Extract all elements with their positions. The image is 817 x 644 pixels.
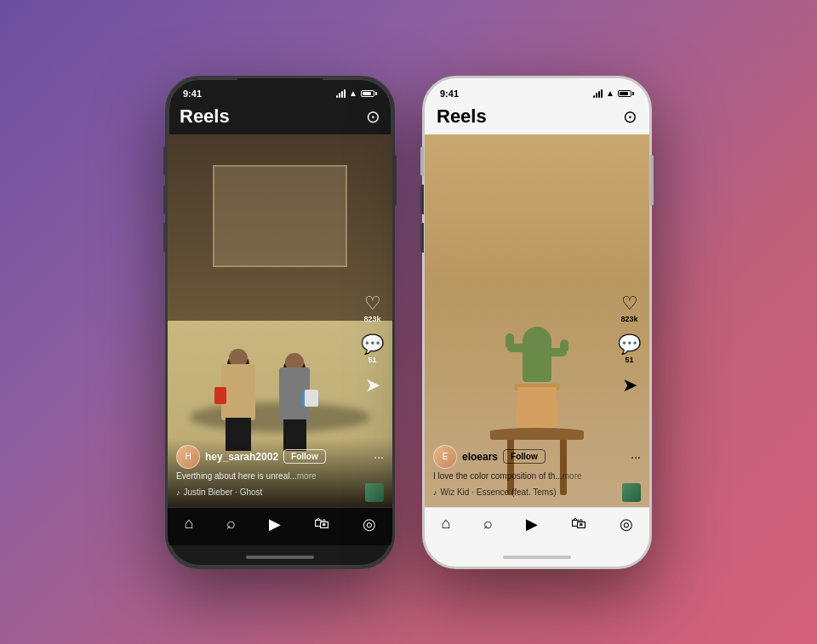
bag-white — [305, 390, 318, 407]
comment-icon-right: 💬 — [618, 335, 641, 354]
more-button-right[interactable]: ··· — [631, 450, 641, 464]
app-title-left: Reels — [180, 105, 230, 128]
notch-right — [494, 78, 580, 99]
comment-count-left: 51 — [368, 356, 376, 364]
app-title-right: Reels — [437, 105, 487, 128]
wifi-icon-right: ▲ — [606, 88, 614, 98]
caption-text-left: Everthing about here is unreal... — [176, 471, 297, 481]
battery-icon-right — [618, 90, 634, 97]
camera-icon-right[interactable]: ⊙ — [623, 106, 637, 127]
status-bar-left: 9:41 ▲ — [168, 78, 392, 102]
home-bar-left — [246, 556, 314, 559]
phone-right: 9:41 ▲ Reels — [422, 76, 652, 569]
bag-red — [214, 387, 226, 404]
figure-body-right — [279, 368, 310, 421]
phone-left: 9:41 ▲ Reels — [165, 76, 395, 569]
action-buttons-right: ♡ 823k 💬 51 ➤ — [618, 294, 641, 395]
username-left: hey_sarah2002 — [205, 451, 278, 463]
figure-body-left — [221, 364, 255, 420]
app-header-left: Reels ⊙ — [168, 102, 392, 134]
music-info-left: ♪ Justin Bieber · Ghost — [176, 483, 384, 502]
camera-icon-left[interactable]: ⊙ — [366, 106, 380, 127]
nav-shop-right[interactable]: 🛍 — [571, 515, 586, 533]
nav-shop-left[interactable]: 🛍 — [314, 515, 329, 533]
more-text-right[interactable]: more — [563, 471, 582, 481]
more-text-left[interactable]: more — [297, 471, 317, 481]
wifi-icon-left: ▲ — [349, 88, 357, 98]
like-button-left[interactable]: ♡ 823k — [363, 294, 380, 323]
bottom-nav-left: ⌂ ⌕ ▶ 🛍 ◎ — [168, 507, 392, 545]
share-button-right[interactable]: ➤ — [622, 376, 637, 395]
nav-profile-right[interactable]: ◎ — [620, 515, 633, 533]
like-count-right: 823k — [620, 315, 637, 323]
music-text-left: Justin Bieber · Ghost — [184, 487, 263, 497]
user-info-overlay-right: E eloears Follow ··· I love the color co… — [425, 438, 649, 507]
follow-button-right[interactable]: Follow — [503, 449, 546, 464]
user-info-overlay-left: H hey_sarah2002 Follow ··· Everthing abo… — [168, 438, 392, 507]
nav-home-left[interactable]: ⌂ — [184, 515, 193, 533]
music-note-icon-right: ♪ — [433, 488, 437, 497]
phone-right-screen: 9:41 ▲ Reels — [425, 78, 649, 567]
bottom-nav-right: ⌂ ⌕ ▶ 🛍 ◎ — [425, 507, 649, 545]
status-bar-right: 9:41 ▲ — [425, 78, 649, 102]
avatar-left: H — [176, 445, 200, 469]
nav-search-right[interactable]: ⌕ — [483, 515, 493, 533]
nav-reels-right[interactable]: ▶ — [526, 515, 538, 533]
phones-container: 9:41 ▲ Reels — [165, 76, 652, 569]
share-icon-left: ➤ — [365, 376, 380, 395]
figure-right — [276, 353, 314, 451]
share-button-left[interactable]: ➤ — [365, 376, 380, 395]
comment-count-right: 51 — [625, 356, 633, 364]
signal-icon-right — [593, 89, 603, 98]
figure-left — [217, 349, 260, 451]
battery-icon-left — [361, 90, 377, 97]
time-left: 9:41 — [183, 88, 202, 99]
comment-button-left[interactable]: 💬 51 — [361, 335, 384, 364]
nav-search-left[interactable]: ⌕ — [226, 515, 236, 533]
avatar-initials-left: H — [185, 452, 191, 461]
status-icons-left: ▲ — [336, 88, 377, 98]
action-buttons-left: ♡ 823k 💬 51 ➤ — [361, 294, 384, 395]
video-area-right[interactable]: ♡ 823k 💬 51 ➤ E — [425, 134, 649, 507]
caption-left: Everthing about here is unreal...more — [176, 471, 384, 481]
music-note-icon-left: ♪ — [176, 488, 180, 497]
home-indicator-right — [425, 545, 649, 567]
heart-icon-right: ♡ — [621, 294, 638, 313]
user-row-left: H hey_sarah2002 Follow ··· — [176, 445, 384, 469]
avatar-initials-right: E — [443, 452, 448, 461]
avatar-right: E — [433, 445, 457, 469]
nav-home-right[interactable]: ⌂ — [441, 515, 450, 533]
phone-left-screen: 9:41 ▲ Reels — [168, 78, 392, 567]
home-bar-right — [503, 556, 571, 559]
cactus-body — [523, 327, 551, 382]
cactus-arm-right — [551, 348, 567, 356]
like-count-left: 823k — [363, 315, 380, 323]
music-text-right: Wiz Kid · Essence (feat. Tems) — [441, 487, 557, 497]
music-info-right: ♪ Wiz Kid · Essence (feat. Tems) — [433, 483, 641, 502]
comment-button-right[interactable]: 💬 51 — [618, 335, 641, 364]
cactus-arm-left — [507, 344, 523, 352]
more-button-left[interactable]: ··· — [374, 450, 384, 464]
nav-profile-left[interactable]: ◎ — [363, 515, 376, 533]
video-area-left[interactable]: ♡ 823k 💬 51 ➤ H — [168, 134, 392, 507]
notch-left — [237, 78, 323, 99]
share-icon-right: ➤ — [622, 376, 637, 395]
username-right: eloears — [462, 451, 498, 463]
follow-button-left[interactable]: Follow — [283, 449, 326, 464]
nav-reels-left[interactable]: ▶ — [269, 515, 281, 533]
music-thumbnail-left — [365, 483, 384, 502]
pot — [516, 387, 558, 428]
like-button-right[interactable]: ♡ 823k — [620, 294, 637, 323]
music-thumbnail-right — [622, 483, 641, 502]
time-right: 9:41 — [440, 88, 459, 99]
caption-right: I love the color composition of th...mor… — [433, 471, 641, 481]
comment-icon-left: 💬 — [361, 335, 384, 354]
user-row-right: E eloears Follow ··· — [433, 445, 641, 469]
storefront — [168, 134, 392, 339]
heart-icon-left: ♡ — [364, 294, 381, 313]
store-window — [213, 165, 347, 267]
home-indicator-left — [168, 545, 392, 567]
caption-text-right: I love the color composition of th... — [433, 471, 563, 481]
app-header-right: Reels ⊙ — [425, 102, 649, 134]
signal-icon-left — [336, 89, 346, 98]
